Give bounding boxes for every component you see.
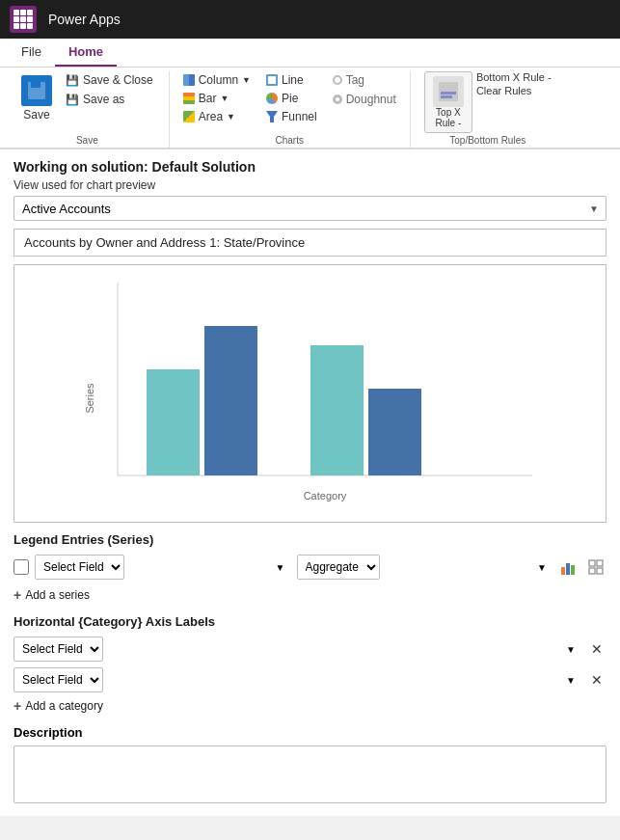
bar-2b [368, 389, 421, 475]
view-dropdown[interactable]: Active Accounts [13, 196, 607, 221]
series-field-wrapper: Select Field ▼ [35, 555, 291, 580]
category-field-2-arrow: ▼ [566, 675, 576, 686]
add-category-link[interactable]: + Add a category [13, 698, 607, 714]
add-series-link[interactable]: + Add a series [13, 587, 607, 603]
tag-icon [333, 75, 342, 85]
tab-home[interactable]: Home [55, 39, 117, 67]
category-field-2[interactable]: Select Field [13, 667, 103, 692]
bar-1a [147, 369, 200, 475]
doughnut-chart-button[interactable]: Doughnut [329, 91, 400, 108]
bottom-x-rule-button[interactable]: Bottom X Rule - [476, 71, 552, 83]
svg-rect-2 [441, 92, 456, 95]
bar-2a [310, 345, 364, 475]
ribbon-group-save: Save 💾 Save & Close 💾 Save as Save [6, 71, 170, 148]
ribbon-group-charts: Column ▼ Bar ▼ Area ▼ Line [170, 71, 411, 148]
area-chart-button[interactable]: Area ▼ [179, 108, 255, 125]
top-x-rule-svg [437, 80, 460, 103]
pie-icon [266, 93, 278, 104]
solution-title: Working on solution: Default Solution [13, 159, 607, 175]
svg-rect-8 [571, 565, 575, 575]
top-x-rule-icon [433, 76, 464, 107]
top-x-rule-label: Top XRule - [436, 107, 462, 128]
legend-section: Legend Entries (Series) Select Field ▼ A… [13, 532, 607, 603]
chart-y-label: Series [84, 383, 95, 414]
save-and-close-button[interactable]: 💾 Save & Close [62, 71, 157, 89]
bar-icon [183, 93, 195, 104]
ribbon-bar: Save 💾 Save & Close 💾 Save as Save [0, 68, 620, 149]
series-field-dropdown[interactable]: Select Field [35, 555, 124, 580]
category-field-1-arrow: ▼ [566, 644, 576, 655]
column-icon [183, 74, 195, 86]
series-chart-icon-button[interactable] [558, 556, 580, 578]
tab-file[interactable]: File [8, 39, 55, 67]
chart-x-label: Category [303, 490, 346, 501]
svg-rect-11 [589, 568, 595, 574]
bar-chevron: ▼ [220, 94, 229, 103]
floppy-icon [27, 81, 46, 100]
save-as-button[interactable]: 💾 Save as [62, 91, 157, 108]
view-label: View used for chart preview [13, 178, 607, 192]
pie-chart-button[interactable]: Pie [262, 90, 321, 107]
category-remove-1-button[interactable]: ✕ [587, 639, 607, 659]
svg-rect-12 [597, 568, 603, 574]
ribbon-tab-bar: File Home [0, 39, 620, 68]
line-icon [266, 74, 278, 86]
main-content: Working on solution: Default Solution Vi… [0, 149, 620, 816]
save-buttons: Save 💾 Save & Close 💾 Save as [15, 71, 159, 125]
category-field-1-wrapper: Select Field ▼ [13, 637, 581, 662]
chart-container: Series Category [13, 264, 607, 523]
series-chart-icon [561, 559, 577, 575]
bar-chart-button[interactable]: Bar ▼ [179, 90, 255, 107]
save-secondary-buttons: 💾 Save & Close 💾 Save as [60, 71, 159, 108]
category-field-1[interactable]: Select Field [13, 637, 103, 662]
save-button[interactable]: Save [15, 71, 58, 125]
tag-chart-button[interactable]: Tag [329, 71, 400, 89]
ribbon-group-topbottom: Top XRule - Bottom X Rule - Clear Rules … [411, 71, 565, 148]
legend-section-label: Legend Entries (Series) [13, 532, 607, 547]
column-chevron: ▼ [242, 75, 251, 85]
description-section: Description [13, 725, 607, 806]
chart-type-buttons: Column ▼ Bar ▼ Area ▼ Line [179, 71, 400, 125]
doughnut-icon [333, 95, 342, 104]
svg-rect-10 [597, 560, 603, 566]
category-row-2: Select Field ▼ ✕ [13, 667, 607, 692]
funnel-chart-button[interactable]: Funnel [262, 108, 321, 125]
category-field-2-wrapper: Select Field ▼ [13, 667, 581, 692]
svg-rect-6 [561, 567, 565, 575]
charts-group-label: Charts [275, 133, 303, 146]
chart-title: Accounts by Owner and Address 1: State/P… [13, 229, 607, 257]
save-icon [21, 75, 52, 106]
series-checkbox[interactable] [13, 559, 29, 575]
chart-col-group3: Tag Doughnut [329, 71, 400, 108]
area-chevron: ▼ [227, 112, 235, 122]
aggregate-arrow: ▼ [537, 562, 547, 573]
app-grid-icon[interactable] [10, 6, 37, 33]
app-title: Power Apps [48, 12, 121, 27]
top-x-rule-button[interactable]: Top XRule - [424, 71, 472, 133]
add-series-plus-icon: + [13, 587, 21, 603]
category-row-1: Select Field ▼ ✕ [13, 637, 607, 662]
description-label: Description [13, 725, 607, 740]
chart-col-group: Column ▼ Bar ▼ Area ▼ [179, 71, 255, 125]
view-dropdown-wrapper: Active Accounts ▼ [13, 196, 607, 221]
horizontal-section: Horizontal {Category} Axis Labels Select… [13, 614, 607, 714]
line-chart-button[interactable]: Line [262, 71, 321, 89]
save-group-label: Save [76, 133, 98, 146]
series-grid-icon-button[interactable] [585, 556, 607, 578]
column-chart-button[interactable]: Column ▼ [179, 71, 255, 89]
svg-rect-7 [566, 563, 570, 575]
series-grid-icon [588, 559, 604, 575]
title-bar: Power Apps [0, 0, 620, 39]
topbottom-buttons: Top XRule - Bottom X Rule - Clear Rules [424, 71, 552, 133]
area-icon [183, 111, 195, 122]
funnel-icon [266, 111, 278, 122]
svg-rect-9 [589, 560, 595, 566]
category-remove-2-button[interactable]: ✕ [587, 670, 607, 690]
description-textarea[interactable] [13, 745, 607, 803]
save-label: Save [23, 108, 49, 122]
bottom-rules-group: Bottom X Rule - Clear Rules [476, 71, 552, 96]
clear-rules-button[interactable]: Clear Rules [476, 85, 552, 96]
aggregate-dropdown[interactable]: Aggregate [297, 555, 380, 580]
chart-svg: Series Category [79, 273, 542, 514]
bar-1b [204, 326, 257, 475]
